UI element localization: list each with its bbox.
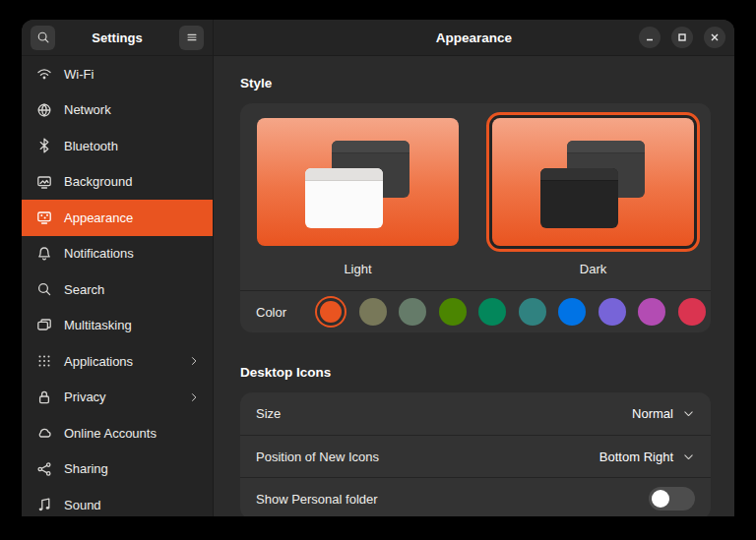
menu-button[interactable] [179, 26, 204, 50]
sidebar: Settings Wi-Fi Network [22, 20, 214, 516]
sidebar-item-label: Bluetooth [64, 139, 118, 153]
hamburger-icon [185, 30, 199, 44]
swatch-bark[interactable] [359, 298, 387, 326]
size-label: Size [256, 406, 281, 421]
main-pane: Appearance [214, 20, 734, 516]
sidebar-item-multitasking[interactable]: Multitasking [22, 308, 213, 344]
cloud-icon [36, 425, 52, 441]
style-option-label: Light [344, 262, 371, 276]
toggle-knob [652, 490, 669, 508]
sidebar-item-label: Notifications [64, 246, 134, 261]
style-card: Light Dark Color [240, 103, 711, 332]
appearance-content: Style Light [214, 56, 734, 516]
sidebar-item-appearance[interactable]: Appearance [22, 200, 213, 236]
settings-window: Settings Wi-Fi Network [22, 20, 734, 516]
chevron-down-icon [682, 407, 695, 420]
sidebar-item-label: Applications [64, 354, 133, 369]
style-options: Light Dark [240, 103, 711, 290]
sidebar-item-label: Wi-Fi [64, 67, 94, 82]
position-label: Position of New Icons [256, 450, 379, 464]
sidebar-item-label: Online Accounts [64, 426, 157, 441]
sidebar-item-sharing[interactable]: Sharing [22, 451, 213, 488]
maximize-icon [676, 31, 688, 43]
minimize-icon [644, 31, 656, 43]
sidebar-item-sound[interactable]: Sound [22, 487, 213, 516]
swatch-blue[interactable] [558, 298, 586, 326]
search-icon [36, 30, 50, 44]
sidebar-item-label: Network [64, 102, 111, 117]
search-button[interactable] [31, 26, 55, 50]
bell-icon [36, 246, 52, 262]
minimize-button[interactable] [639, 27, 661, 48]
swatch-magenta[interactable] [638, 298, 665, 326]
accent-swatches [317, 298, 706, 326]
size-row[interactable]: Size Normal [240, 392, 711, 435]
appearance-icon [36, 210, 52, 225]
sidebar-item-label: Sharing [64, 461, 108, 476]
swatch-sage[interactable] [399, 298, 426, 326]
sidebar-title: Settings [55, 30, 179, 45]
sidebar-item-online-accounts[interactable]: Online Accounts [22, 415, 213, 451]
swatch-viridian[interactable] [478, 298, 506, 326]
sidebar-item-label: Appearance [64, 210, 133, 225]
style-option-dark[interactable]: Dark [486, 112, 700, 276]
chevron-down-icon [682, 450, 695, 463]
window-controls [639, 27, 734, 48]
swatch-orange[interactable] [320, 301, 342, 323]
swatch-purple[interactable] [598, 298, 626, 326]
sidebar-item-background[interactable]: Background [22, 164, 213, 201]
chevron-right-icon [188, 391, 200, 403]
position-value: Bottom Right [599, 450, 673, 464]
share-icon [36, 461, 52, 477]
size-value: Normal [632, 406, 673, 421]
sidebar-item-network[interactable]: Network [22, 92, 213, 129]
close-icon [709, 31, 721, 43]
wifi-icon [36, 66, 52, 82]
applications-grid-icon [36, 353, 52, 369]
show-personal-folder-label: Show Personal folder [256, 492, 378, 507]
style-heading: Style [240, 76, 711, 90]
sidebar-header: Settings [22, 20, 213, 56]
headerbar: Appearance [214, 20, 734, 56]
show-personal-folder-row: Show Personal folder [240, 477, 711, 516]
lock-icon [36, 390, 52, 405]
sidebar-item-label: Sound [64, 498, 101, 512]
swatch-prussian-green[interactable] [519, 298, 546, 326]
search-icon [36, 281, 52, 297]
style-option-label: Dark [580, 262, 606, 276]
dark-style-preview [492, 118, 694, 246]
sidebar-item-bluetooth[interactable]: Bluetooth [22, 128, 213, 164]
multitasking-icon [36, 318, 52, 333]
sidebar-item-label: Search [64, 282, 104, 297]
show-personal-folder-toggle[interactable] [649, 487, 695, 510]
close-button[interactable] [704, 27, 725, 48]
sound-note-icon [36, 497, 52, 512]
desktop-icons-card: Size Normal Position of New Icons Bottom… [240, 392, 711, 516]
sidebar-item-privacy[interactable]: Privacy [22, 380, 213, 416]
bluetooth-icon [36, 138, 52, 153]
desktop-icons-heading: Desktop Icons [240, 365, 711, 380]
sidebar-item-search[interactable]: Search [22, 271, 213, 308]
swatch-red[interactable] [678, 298, 706, 326]
background-icon [36, 174, 52, 190]
sidebar-list: Wi-Fi Network Bluetooth [22, 56, 213, 516]
sidebar-item-label: Multitasking [64, 318, 132, 332]
network-globe-icon [36, 102, 52, 118]
sidebar-item-label: Background [64, 174, 132, 189]
swatch-olive[interactable] [439, 298, 467, 326]
color-label: Color [256, 305, 286, 320]
accent-color-row: Color [240, 290, 711, 332]
light-style-preview [257, 118, 459, 246]
sidebar-item-applications[interactable]: Applications [22, 343, 213, 380]
sidebar-item-wifi[interactable]: Wi-Fi [22, 56, 213, 92]
position-of-new-icons-row[interactable]: Position of New Icons Bottom Right [240, 435, 711, 477]
style-option-light[interactable]: Light [251, 112, 465, 276]
sidebar-item-notifications[interactable]: Notifications [22, 236, 213, 272]
maximize-button[interactable] [671, 27, 693, 48]
chevron-right-icon [188, 355, 200, 367]
sidebar-item-label: Privacy [64, 390, 106, 404]
